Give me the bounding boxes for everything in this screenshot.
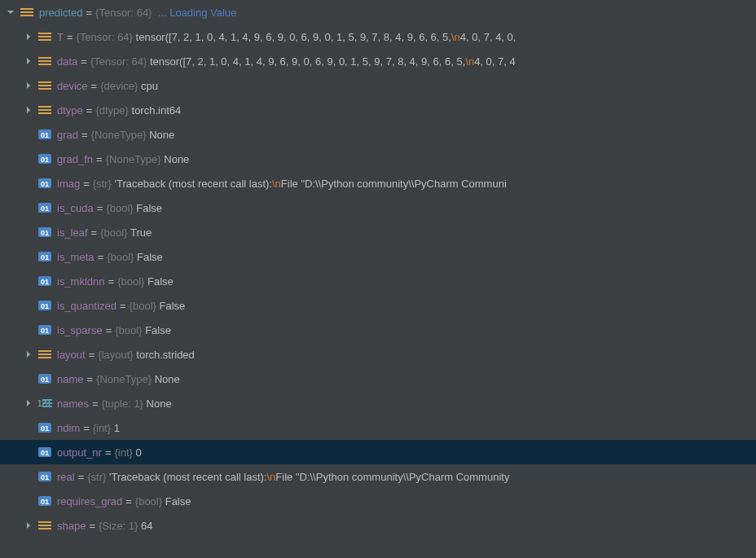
- var-name: is_mkldnn: [57, 275, 105, 288]
- primitive-icon: 01: [37, 178, 52, 189]
- var-value: None: [147, 398, 172, 410]
- var-value: tensor([7, 2, 1, 0, 4, 1, 4, 9, 6, 9, 0,…: [136, 31, 451, 43]
- expand-arrow-right-icon[interactable]: [23, 398, 34, 409]
- svg-rect-43: [42, 406, 52, 407]
- var-type: {dtype}: [95, 104, 129, 116]
- newline-escape: \n: [465, 55, 474, 68]
- primitive-icon: 01: [37, 226, 52, 238]
- svg-text:01: 01: [41, 278, 49, 286]
- svg-rect-13: [38, 109, 51, 111]
- var-type: {device}: [100, 80, 138, 92]
- var-type: {NoneType}: [106, 153, 161, 165]
- var-value: torch.strided: [136, 349, 195, 361]
- var-type: {Tensor: 64}: [77, 31, 133, 43]
- var-type: {str}: [93, 178, 112, 190]
- var-name: predicted: [39, 7, 82, 19]
- var-type: {bool}: [115, 324, 142, 336]
- var-type: {Size: 1}: [99, 520, 138, 532]
- expand-arrow-right-icon[interactable]: [23, 349, 34, 360]
- tree-row-is_mkldnn[interactable]: 01is_mkldnn = {bool} False: [0, 269, 756, 293]
- svg-rect-7: [38, 60, 51, 62]
- tree-row-dtype[interactable]: dtype = {dtype} torch.int64: [0, 98, 756, 122]
- expand-arrow-right-icon[interactable]: [23, 520, 34, 531]
- svg-text:01: 01: [41, 327, 49, 335]
- expand-arrow-right-icon[interactable]: [23, 31, 34, 42]
- primitive-icon: 01: [37, 373, 52, 384]
- var-type: {NoneType}: [91, 129, 147, 141]
- tree-row-req_grad[interactable]: 01requires_grad = {bool} False: [0, 489, 756, 513]
- var-type: {int}: [115, 446, 133, 459]
- var-name: layout: [57, 349, 86, 361]
- var-name: real: [57, 471, 75, 483]
- tree-row-ndim[interactable]: 01ndim = {int} 1: [0, 415, 756, 440]
- expand-arrow-right-icon[interactable]: [23, 80, 34, 91]
- tree-row-device[interactable]: device = {device} cpu: [0, 73, 756, 98]
- tree-row-is_cuda[interactable]: 01is_cuda = {bool} False: [0, 196, 756, 220]
- svg-text:01: 01: [41, 229, 49, 237]
- svg-rect-33: [38, 350, 51, 352]
- var-name: shape: [57, 520, 86, 532]
- loading-text: ... Loading Value: [158, 7, 237, 19]
- svg-text:01: 01: [41, 473, 49, 481]
- expand-arrow-down-icon[interactable]: [5, 7, 16, 18]
- primitive-icon: 01: [37, 153, 52, 165]
- expand-arrow-right-icon[interactable]: [23, 55, 34, 67]
- var-type: {bool}: [107, 251, 134, 263]
- tree-row-nm[interactable]: 01name = {NoneType} None: [0, 367, 756, 391]
- svg-rect-4: [38, 36, 51, 37]
- tree-row-is_meta[interactable]: 01is_meta = {bool} False: [0, 244, 756, 269]
- tree-row-is_sparse[interactable]: 01is_sparse = {bool} False: [0, 318, 756, 342]
- tree-row-shape[interactable]: shape = {Size: 1} 64: [0, 513, 756, 538]
- var-type: {tuple: 1}: [102, 398, 143, 410]
- tree-row-real[interactable]: 01real = {str} 'Traceback (most recent c…: [0, 464, 756, 489]
- svg-text:01: 01: [41, 424, 49, 433]
- tree-row-data[interactable]: data = {Tensor: 64} tensor([7, 2, 1, 0, …: [0, 49, 756, 73]
- expand-arrow-right-icon[interactable]: [23, 104, 34, 116]
- svg-rect-52: [38, 521, 51, 523]
- svg-rect-11: [38, 88, 51, 90]
- var-name: names: [57, 398, 89, 410]
- var-type: {bool}: [130, 300, 156, 312]
- svg-rect-1: [20, 11, 33, 13]
- var-type: {Tensor: 64}: [95, 7, 152, 19]
- tree-row-is_quant[interactable]: 01is_quantized = {bool} False: [0, 293, 756, 318]
- struct-icon: [37, 31, 52, 42]
- primitive-icon: 01: [37, 202, 52, 213]
- var-value: tensor([7, 2, 1, 0, 4, 1, 4, 9, 6, 9, 0,…: [150, 55, 465, 68]
- tree-row-names[interactable]: 123names = {tuple: 1} None: [0, 391, 756, 415]
- var-value-tail: 4, 0, 7, 4, 0,: [460, 31, 516, 43]
- newline-escape: \n: [266, 471, 275, 483]
- var-value: None: [164, 153, 189, 165]
- var-name: T: [57, 31, 64, 43]
- struct-icon: [37, 80, 52, 91]
- var-type: {bool}: [100, 226, 127, 239]
- var-value: 'Traceback (most recent call last):: [109, 471, 266, 483]
- var-value: 0: [136, 446, 142, 459]
- var-value: False: [165, 495, 191, 507]
- tree-row-imag[interactable]: 01imag = {str} 'Traceback (most recent c…: [0, 171, 756, 196]
- var-name: requires_grad: [57, 495, 122, 507]
- svg-rect-10: [38, 85, 51, 86]
- var-value-tail: 4, 0, 7, 4: [474, 55, 516, 68]
- svg-text:01: 01: [41, 376, 49, 384]
- primitive-icon: 01: [37, 324, 52, 336]
- tree-row-grad_fn[interactable]: 01grad_fn = {NoneType} None: [0, 147, 756, 171]
- tree-row-is_leaf[interactable]: 01is_leaf = {bool} True: [0, 220, 756, 244]
- primitive-icon: 01: [37, 300, 52, 311]
- struct-icon: [37, 349, 52, 360]
- svg-rect-53: [38, 525, 51, 526]
- svg-rect-35: [38, 357, 51, 358]
- tree-row-predicted[interactable]: predicted={Tensor: 64} ... Loading Value: [0, 0, 756, 24]
- svg-rect-42: [42, 402, 52, 404]
- svg-text:01: 01: [41, 204, 49, 213]
- svg-rect-12: [38, 106, 51, 108]
- var-name: output_nr: [57, 446, 102, 459]
- var-name: is_quantized: [57, 300, 116, 312]
- tree-row-output_nr[interactable]: 01output_nr = {int} 0: [0, 440, 756, 464]
- tree-row-grad[interactable]: 01grad = {NoneType} None: [0, 122, 756, 147]
- tree-row-layout[interactable]: layout = {layout} torch.strided: [0, 342, 756, 367]
- tree-row-t[interactable]: T = {Tensor: 64} tensor([7, 2, 1, 0, 4, …: [0, 24, 756, 49]
- var-value: False: [137, 251, 163, 263]
- var-type: {layout}: [98, 349, 133, 361]
- svg-rect-2: [20, 15, 33, 16]
